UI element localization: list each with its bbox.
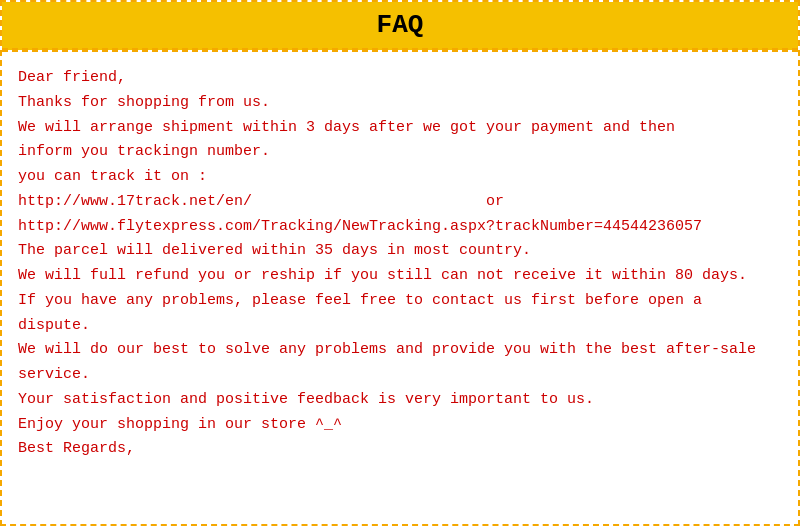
line-enjoy: Enjoy your shopping in our store ^_^ xyxy=(18,413,782,438)
line-greeting: Dear friend, xyxy=(18,66,782,91)
line-contact: If you have any problems, please feel fr… xyxy=(18,289,782,339)
line-thanks: Thanks for shopping from us. xyxy=(18,91,782,116)
line-solve2: service. xyxy=(18,363,782,388)
line-shipment: We will arrange shipment within 3 days a… xyxy=(18,116,782,141)
line-solve1: We will do our best to solve any problem… xyxy=(18,338,782,363)
line-refund: We will full refund you or reship if you… xyxy=(18,264,782,289)
line-delivery: The parcel will delivered within 35 days… xyxy=(18,239,782,264)
page-wrapper: FAQ Dear friend, Thanks for shopping fro… xyxy=(0,0,800,526)
line-track-url1: http://www.17track.net/en/ or xyxy=(18,190,782,215)
content-area: Dear friend, Thanks for shopping from us… xyxy=(2,52,798,476)
faq-title: FAQ xyxy=(377,10,424,40)
line-tracking-num: inform you trackingn number. xyxy=(18,140,782,165)
line-satisfaction: Your satisfaction and positive feedback … xyxy=(18,388,782,413)
line-track-url2: http://www.flytexpress.com/Tracking/NewT… xyxy=(18,215,782,240)
line-regards: Best Regards, xyxy=(18,437,782,462)
line-track-intro: you can track it on : xyxy=(18,165,782,190)
header-section: FAQ xyxy=(2,2,798,50)
